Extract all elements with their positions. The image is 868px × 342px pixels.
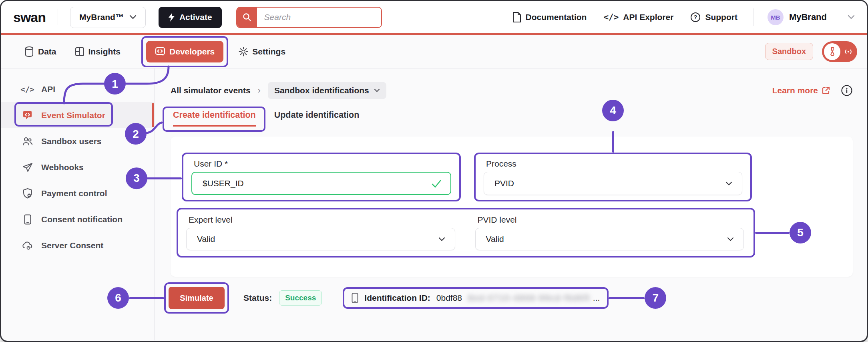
chevron-down-icon [438, 237, 445, 241]
event-simulator-icon [22, 110, 33, 120]
avatar[interactable]: MB [768, 9, 784, 25]
topbar: swan MyBrand™ Activate Documentation </>… [1, 1, 867, 35]
body: </> API Event Simulator Sandbox users [1, 68, 867, 340]
swan-logo: swan [13, 10, 46, 25]
sidebar: </> API Event Simulator Sandbox users [1, 68, 155, 340]
annotation-box-user-id: User ID * 3 [182, 153, 461, 201]
sidebar-item-server-consent[interactable]: Server Consent [1, 232, 154, 258]
topbar-right: Documentation </> API Explorer ? Support… [496, 8, 855, 26]
annotation-box-simulate: Simulate 6 [164, 282, 229, 314]
annotation-line-4 [612, 131, 614, 153]
expert-level-select[interactable]: Valid [186, 228, 455, 250]
annotation-circle-6: 6 [107, 287, 129, 309]
pvid-level-select[interactable]: Valid [475, 228, 744, 250]
divider [753, 8, 754, 26]
action-row: Simulate 6 Status: Success Identificatio… [164, 282, 853, 314]
activate-button[interactable]: Activate [159, 7, 222, 28]
question-icon: ? [690, 12, 701, 22]
status-badge: Success [279, 290, 322, 306]
check-icon [431, 179, 442, 188]
flask-icon [824, 43, 840, 60]
nav-item-insights[interactable]: Insights [75, 47, 121, 56]
sidebar-item-sandbox-users[interactable]: Sandbox users [1, 128, 154, 154]
annotation-box-process: Process PVID 4 [474, 153, 752, 201]
annotation-box-developers: Developers [141, 36, 228, 67]
signal-icon [843, 47, 854, 56]
app-window: swan MyBrand™ Activate Documentation </>… [0, 0, 868, 342]
account-name: MyBrand [789, 12, 827, 22]
process-label: Process [486, 159, 742, 169]
nav-item-developers[interactable]: Developers [146, 41, 223, 62]
annotation-line-6 [129, 297, 164, 299]
database-icon [24, 46, 34, 57]
insights-icon [75, 47, 84, 56]
send-icon [22, 163, 33, 172]
status-label: Status: [243, 293, 272, 303]
shield-check-icon [22, 188, 33, 199]
process-select[interactable]: PVID [484, 172, 742, 195]
annotation-line-5 [755, 232, 790, 234]
tab-create-identification[interactable]: Create identification [173, 110, 256, 126]
tab-update-identification[interactable]: Update identification [274, 110, 360, 126]
cloud-gear-icon [22, 241, 33, 250]
annotation-circle-4: 4 [602, 100, 624, 121]
pvid-level-group: PVID level Valid [475, 214, 744, 250]
account-chevron-icon[interactable] [848, 15, 855, 20]
workspace-switcher[interactable]: MyBrand™ [70, 7, 146, 28]
chevron-down-icon [727, 237, 734, 241]
sidebar-item-event-simulator[interactable]: Event Simulator [1, 102, 154, 128]
activate-label: Activate [179, 12, 212, 22]
svg-text:?: ? [694, 14, 697, 20]
chevron-down-icon [725, 181, 732, 186]
breadcrumb: All simulator events › Sandbox identific… [171, 81, 853, 100]
document-icon [512, 12, 521, 22]
learn-more-link[interactable]: Learn more [772, 86, 830, 95]
workspace-name: MyBrand™ [79, 12, 124, 22]
annotation-line-3 [147, 177, 182, 179]
search-box [236, 7, 382, 28]
expert-level-label: Expert level [189, 215, 455, 225]
documentation-link[interactable]: Documentation [512, 12, 587, 22]
form-card: User ID * 3 Process PVID 4 [171, 137, 853, 277]
gear-icon [239, 47, 248, 56]
copy-icon[interactable] [352, 293, 358, 303]
sidebar-item-api[interactable]: </> API [1, 76, 154, 102]
code-icon: </> [22, 85, 33, 94]
chevron-down-icon [374, 89, 380, 93]
user-id-input[interactable] [191, 172, 451, 195]
identification-id-redacted: 8ed-0710-4868-99cd-f6d6fb7579 [468, 293, 589, 303]
support-link[interactable]: ? Support [690, 12, 737, 22]
annotation-line-7 [609, 297, 645, 299]
bolt-icon [168, 13, 175, 22]
annotation-circle-5: 5 [790, 222, 811, 243]
pvid-level-label: PVID level [478, 215, 744, 225]
identification-id-ellipsis: ... [593, 293, 600, 303]
search-input[interactable] [257, 8, 381, 27]
identification-id-value: 0bdf88 [436, 293, 462, 303]
nav-item-data[interactable]: Data [24, 46, 56, 57]
search-icon[interactable] [237, 8, 257, 27]
expert-level-group: Expert level Valid [186, 214, 455, 250]
divider [58, 9, 58, 25]
info-icon[interactable] [841, 84, 853, 97]
annotation-box-identification-id: Identification ID: 0bdf88 8ed-0710-4868-… [343, 287, 609, 309]
simulate-button[interactable]: Simulate [169, 287, 225, 309]
user-id-label: User ID * [194, 159, 451, 169]
breadcrumb-root[interactable]: All simulator events [171, 86, 251, 95]
external-link-icon [822, 86, 830, 95]
code-icon: </> [603, 12, 619, 22]
subnav-right: Sandbox [765, 41, 867, 62]
annotation-box-levels: Expert level Valid PVID level Valid [177, 208, 755, 258]
annotation-circle-3: 3 [126, 167, 147, 189]
sandbox-toggle[interactable] [822, 41, 857, 62]
users-icon [22, 137, 33, 146]
section-nav: Data Insights Developers Settings Sandbo… [1, 35, 867, 68]
nav-item-settings[interactable]: Settings [239, 47, 285, 56]
tab-bar: Create identification Update identificat… [171, 110, 853, 126]
sidebar-item-consent-notification[interactable]: Consent notification [1, 206, 154, 232]
api-explorer-link[interactable]: </> API Explorer [603, 12, 673, 22]
annotation-circle-7: 7 [645, 287, 666, 309]
developers-icon [155, 47, 165, 56]
sandbox-badge: Sandbox [765, 43, 813, 60]
breadcrumb-current-dropdown[interactable]: Sandbox identifications [268, 82, 386, 99]
